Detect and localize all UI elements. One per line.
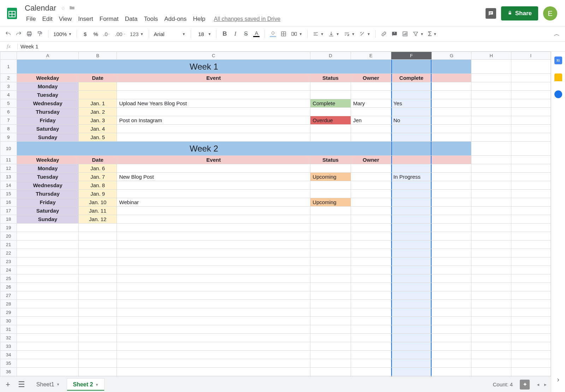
- cell[interactable]: [351, 308, 391, 317]
- more-formats-dropdown[interactable]: 123▼: [129, 29, 145, 39]
- cell[interactable]: [310, 240, 351, 249]
- italic-icon[interactable]: I: [231, 29, 240, 39]
- cell[interactable]: [310, 291, 351, 300]
- cell[interactable]: [79, 359, 117, 368]
- row-header-11[interactable]: 11: [0, 156, 17, 164]
- cell[interactable]: [432, 91, 471, 99]
- cell[interactable]: [432, 274, 471, 283]
- cell[interactable]: [351, 317, 391, 325]
- cell[interactable]: [432, 116, 471, 125]
- cell[interactable]: [117, 207, 310, 215]
- cell[interactable]: [471, 249, 511, 257]
- cell[interactable]: In Progress: [391, 173, 432, 181]
- cell[interactable]: [17, 224, 78, 232]
- cell[interactable]: [310, 224, 351, 232]
- cell[interactable]: [79, 240, 117, 249]
- cell[interactable]: [391, 325, 432, 334]
- row-header-26[interactable]: 26: [0, 283, 17, 291]
- row-header-8[interactable]: 8: [0, 125, 17, 133]
- row-header-30[interactable]: 30: [0, 317, 17, 325]
- decrease-decimal-icon[interactable]: .0←: [102, 29, 112, 39]
- cell[interactable]: [351, 91, 391, 99]
- cell[interactable]: [391, 300, 432, 308]
- cell[interactable]: Status: [310, 156, 351, 164]
- cell[interactable]: Jan. 7: [79, 173, 117, 181]
- cell[interactable]: [310, 368, 351, 376]
- cell[interactable]: [432, 325, 471, 334]
- cell[interactable]: [79, 266, 117, 274]
- horizontal-align-dropdown[interactable]: ▼: [311, 29, 325, 39]
- row-header-3[interactable]: 3: [0, 82, 17, 91]
- cell[interactable]: [17, 232, 78, 240]
- cell[interactable]: [79, 274, 117, 283]
- row-header-17[interactable]: 17: [0, 207, 17, 215]
- cell[interactable]: [310, 376, 351, 377]
- cell[interactable]: [310, 91, 351, 99]
- cell[interactable]: [391, 60, 432, 74]
- column-header-H[interactable]: H: [471, 52, 511, 60]
- cell[interactable]: [511, 283, 551, 291]
- cell[interactable]: Upcoming: [310, 198, 351, 207]
- cell[interactable]: [351, 181, 391, 190]
- cell[interactable]: [471, 257, 511, 266]
- cell[interactable]: [79, 317, 117, 325]
- cell[interactable]: [79, 257, 117, 266]
- cell[interactable]: Jan. 2: [79, 108, 117, 116]
- cell[interactable]: [432, 334, 471, 342]
- cell[interactable]: [310, 108, 351, 116]
- cell[interactable]: [391, 334, 432, 342]
- borders-icon[interactable]: [279, 29, 288, 39]
- share-button[interactable]: Share: [501, 6, 538, 20]
- cell[interactable]: [17, 300, 78, 308]
- cell[interactable]: [351, 173, 391, 181]
- all-sheets-icon[interactable]: ☰: [16, 379, 27, 391]
- cell[interactable]: [79, 232, 117, 240]
- chevron-down-icon[interactable]: ▼: [95, 383, 99, 387]
- cell[interactable]: [471, 60, 511, 74]
- cell[interactable]: [351, 207, 391, 215]
- cell[interactable]: [432, 342, 471, 351]
- cell[interactable]: [471, 283, 511, 291]
- cell[interactable]: [391, 351, 432, 359]
- cell[interactable]: [471, 266, 511, 274]
- cell[interactable]: [511, 164, 551, 173]
- filter-dropdown[interactable]: ▼: [411, 29, 425, 39]
- cell[interactable]: [117, 376, 310, 377]
- account-avatar[interactable]: E: [543, 6, 557, 20]
- cell[interactable]: [511, 266, 551, 274]
- cell[interactable]: [432, 60, 471, 74]
- cell[interactable]: [310, 190, 351, 198]
- cell[interactable]: [351, 133, 391, 142]
- font-size-dropdown[interactable]: 18▼: [195, 29, 213, 39]
- cell[interactable]: Tuesday: [17, 91, 78, 99]
- cell[interactable]: [432, 376, 471, 377]
- cell[interactable]: [511, 133, 551, 142]
- cell[interactable]: [511, 125, 551, 133]
- cell[interactable]: [351, 215, 391, 224]
- cell[interactable]: [432, 266, 471, 274]
- cell[interactable]: Week 2: [17, 142, 391, 156]
- cell[interactable]: [310, 232, 351, 240]
- cell[interactable]: [511, 60, 551, 74]
- cell[interactable]: [391, 108, 432, 116]
- document-title[interactable]: Calendar: [23, 3, 58, 13]
- cell[interactable]: [471, 342, 511, 351]
- fill-color-icon[interactable]: [268, 29, 278, 39]
- cell[interactable]: [391, 164, 432, 173]
- cell[interactable]: [351, 325, 391, 334]
- menu-insert[interactable]: Insert: [75, 14, 96, 24]
- cell[interactable]: Owner: [351, 74, 391, 82]
- row-header-12[interactable]: 12: [0, 164, 17, 173]
- cell[interactable]: [511, 274, 551, 283]
- cell[interactable]: [117, 125, 310, 133]
- cell[interactable]: [432, 351, 471, 359]
- cell[interactable]: [432, 190, 471, 198]
- row-header-31[interactable]: 31: [0, 325, 17, 334]
- cell[interactable]: [17, 283, 78, 291]
- cell[interactable]: [471, 156, 511, 164]
- cell[interactable]: [310, 283, 351, 291]
- cell[interactable]: Jan. 8: [79, 181, 117, 190]
- zoom-dropdown[interactable]: 100%▼: [52, 29, 73, 39]
- cell[interactable]: [117, 133, 310, 142]
- cell[interactable]: [79, 82, 117, 91]
